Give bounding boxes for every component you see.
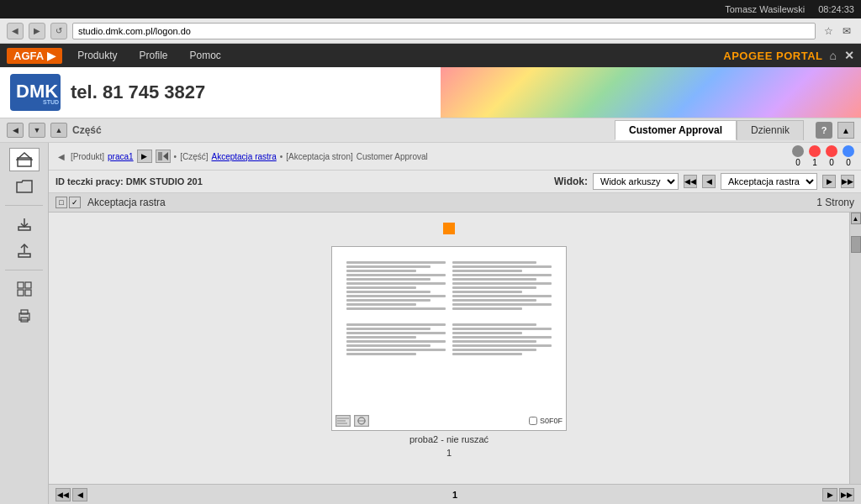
view-controls: ID teczki pracy: DMK STUDIO 201 Widok: W…	[49, 171, 861, 193]
nav-prev[interactable]: ◀	[72, 488, 87, 501]
sidebar-icon-download[interactable]	[9, 213, 40, 236]
svg-rect-19	[337, 417, 349, 419]
toolbar-nav-up[interactable]: ▲	[50, 123, 67, 138]
svg-rect-21	[337, 423, 347, 424]
forward-button[interactable]: ▶	[29, 23, 45, 39]
sidebar	[0, 143, 49, 504]
toolbar-nav-back[interactable]: ◀	[7, 123, 24, 138]
help-button[interactable]: ?	[816, 122, 832, 139]
nav-item-products[interactable]: Produkty	[67, 46, 127, 65]
step-icon-2[interactable]	[156, 150, 171, 163]
status-circle-red1	[809, 145, 821, 157]
svg-text:STUDIO: STUDIO	[43, 99, 59, 105]
check-icon[interactable]: ✓	[69, 197, 81, 208]
address-bar[interactable]	[72, 23, 816, 39]
svg-rect-20	[337, 420, 346, 422]
view-nav-first[interactable]: ◀◀	[684, 175, 697, 188]
svg-marker-4	[17, 153, 32, 160]
part-bracket: [Część]	[180, 152, 208, 161]
scroll-thumb[interactable]	[851, 236, 861, 253]
username: Tomasz Wasilewski	[725, 4, 805, 14]
nav-first[interactable]: ◀◀	[55, 488, 71, 501]
part-link[interactable]: Akceptacja rastra	[211, 152, 276, 161]
step-icon-1[interactable]: ▶	[137, 150, 152, 163]
svg-rect-9	[18, 282, 24, 288]
page-thumbnail[interactable]: S0F0F	[331, 246, 567, 431]
bottom-nav-right: ▶ ▶▶	[822, 488, 854, 501]
widok-select[interactable]: Widok arkuszy Widok stron	[593, 173, 679, 190]
header-area: DMK STUDIO tel. 81 745 3827	[0, 67, 861, 118]
sidebar-icon-home[interactable]	[9, 148, 40, 171]
toolbar-nav-down[interactable]: ▼	[29, 123, 45, 138]
status-count-3: 0	[846, 158, 851, 167]
nav-bar: AGFA ▶ Produkty Profile Pomoc APOGEE POR…	[0, 44, 861, 67]
back-button[interactable]: ◀	[7, 23, 24, 39]
page-content	[340, 255, 558, 423]
tab-area: Customer Approval Dziennik	[615, 120, 804, 140]
widok-label: Widok:	[554, 176, 588, 187]
tab-dziennik[interactable]: Dziennik	[737, 120, 804, 140]
sofof-checkbox[interactable]	[529, 417, 537, 425]
phone-number: tel. 81 745 3827	[71, 81, 205, 103]
status-circle-gray	[792, 145, 804, 157]
sidebar-icon-upload[interactable]	[9, 239, 40, 263]
dmk-logo: DMK STUDIO	[10, 74, 61, 111]
status-circle-blue	[843, 145, 854, 157]
pages-count: 1 Strony	[816, 197, 854, 208]
svg-rect-16	[158, 152, 162, 160]
nav-item-profile[interactable]: Profile	[129, 46, 177, 65]
product-bracket: [Produkt]	[71, 152, 104, 161]
logo-area: DMK STUDIO tel. 81 745 3827	[10, 74, 205, 111]
orange-status-dot	[443, 223, 455, 234]
sidebar-icon-grid[interactable]	[9, 277, 40, 301]
path-arrow-2: •	[280, 152, 283, 161]
tab-customer-approval[interactable]: Customer Approval	[615, 120, 737, 140]
portal-label: APOGEE PORTAL	[723, 50, 822, 62]
nav-last[interactable]: ▶▶	[839, 488, 854, 501]
refresh-button[interactable]: ↺	[50, 23, 67, 39]
preview-area: S0F0F proba2 - nie ruszać 1	[49, 213, 849, 484]
rainbow-decoration	[441, 67, 861, 118]
sheet-name: Akceptacja rastra	[87, 197, 816, 208]
view-nav-next[interactable]: ▶	[822, 175, 836, 188]
sheet-row: □ ✓ Akceptacja rastra 1 Strony	[49, 193, 861, 213]
uncheck-icon[interactable]: □	[55, 197, 67, 208]
sofof-label: S0F0F	[540, 417, 563, 425]
sidebar-sep-2	[5, 270, 44, 270]
svg-rect-11	[18, 290, 24, 296]
svg-rect-10	[25, 282, 31, 288]
rastra-select[interactable]: Akceptacja rastra	[721, 173, 817, 190]
path-row: ◀ [Produkt] praca1 ▶ • [Część] Akceptacj…	[49, 143, 861, 171]
status-count-0: 0	[795, 158, 800, 167]
brand-button[interactable]: AGFA ▶	[7, 48, 62, 64]
mail-icon[interactable]: ✉	[839, 24, 854, 39]
browser-chrome: ◀ ▶ ↺ ☆ ✉	[0, 18, 861, 44]
id-teczki-text: ID teczki pracy:	[55, 176, 124, 186]
nav-next[interactable]: ▶	[822, 488, 837, 501]
thumb-btn-1[interactable]	[335, 415, 351, 427]
page-label: proba2 - nie ruszać	[409, 434, 489, 444]
view-nav-prev[interactable]: ◀	[702, 175, 716, 188]
star-icon[interactable]: ☆	[821, 24, 836, 39]
scroll-up[interactable]: ▲	[851, 213, 861, 224]
home-icon[interactable]: ⌂	[830, 49, 837, 62]
sidebar-icon-print[interactable]	[9, 304, 40, 328]
exit-icon[interactable]: ✕	[844, 49, 855, 62]
play-back-btn[interactable]: ◀	[55, 150, 67, 162]
nav-item-help[interactable]: Pomoc	[180, 46, 231, 65]
check-icons: □ ✓	[55, 197, 81, 208]
top-bar: Tomasz Wasilewski 08:24:33	[0, 0, 861, 18]
bottom-bar: ◀◀ ◀ 1 ▶ ▶▶	[49, 484, 861, 504]
sidebar-sep-1	[5, 205, 44, 206]
brand-label: AGFA	[13, 50, 44, 62]
view-nav-last[interactable]: ▶▶	[841, 175, 854, 188]
pages-bracket: [Akceptacja stron]	[286, 152, 352, 161]
right-scrollbar[interactable]: ▲	[849, 213, 861, 484]
product-link[interactable]: praca1	[108, 152, 134, 161]
sidebar-icon-folder[interactable]	[9, 175, 40, 198]
path-arrow-1: •	[174, 152, 177, 161]
scroll-up-button[interactable]: ▲	[837, 122, 854, 139]
clock: 08:24:33	[818, 4, 854, 14]
thumb-btn-2[interactable]	[354, 415, 369, 427]
logo-text: DMK STUDIO	[13, 74, 59, 111]
